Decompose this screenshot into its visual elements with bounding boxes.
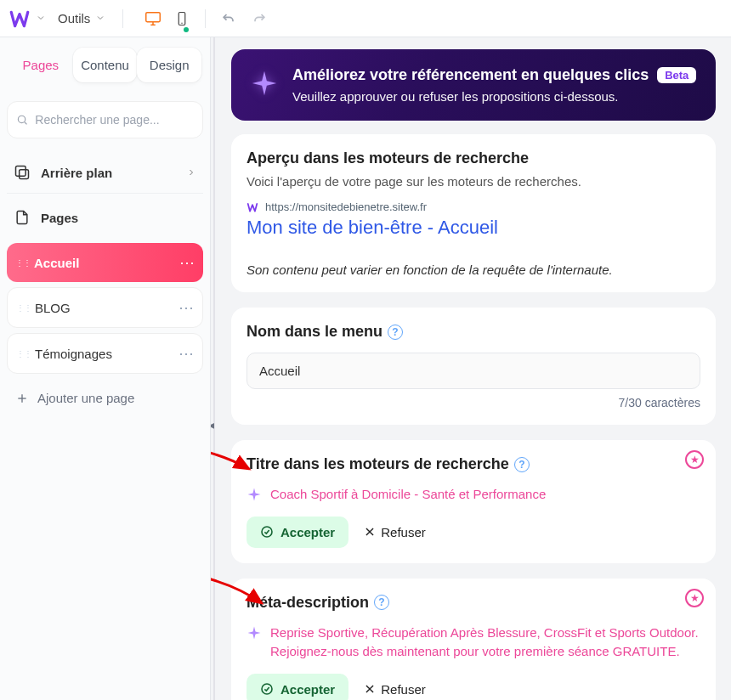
sparkle-icon <box>246 487 262 502</box>
accept-button[interactable]: Accepter <box>246 674 348 701</box>
page-icon <box>14 209 31 226</box>
beta-badge: Beta <box>657 67 696 83</box>
drag-handle-icon[interactable]: ⋮⋮ <box>16 349 26 358</box>
page-row-label: BLOG <box>35 301 170 315</box>
search-input[interactable] <box>35 113 194 127</box>
close-icon <box>364 683 376 695</box>
check-icon <box>260 682 274 696</box>
accept-button[interactable]: Accepter <box>246 517 348 548</box>
plus-icon <box>15 392 29 405</box>
star-badge-icon: ★ <box>685 450 704 469</box>
tab-design[interactable]: Design <box>137 48 201 82</box>
help-icon[interactable]: ? <box>514 457 530 472</box>
topbar: Outils <box>0 0 731 37</box>
row-more-icon[interactable]: ⋯ <box>179 253 195 272</box>
redo-icon <box>251 10 268 27</box>
sidebar-background[interactable]: Arrière plan <box>7 155 203 189</box>
search-box[interactable] <box>7 101 203 138</box>
preview-note: Son contenu peut varier en fonction de l… <box>246 262 700 277</box>
meta-desc-suggestion: Reprise Sportive, Récupération Après Ble… <box>270 624 700 662</box>
mobile-preview[interactable] <box>169 6 195 31</box>
row-more-icon[interactable]: ⋯ <box>178 298 194 317</box>
pages-section-header: Pages <box>7 200 203 234</box>
seo-banner: Améliorez votre référencement en quelque… <box>231 49 716 121</box>
desktop-icon <box>144 9 162 28</box>
sidebar-tabs: Pages Contenu Design <box>7 46 203 84</box>
background-label: Arrière plan <box>41 166 112 180</box>
svg-rect-7 <box>16 167 26 177</box>
site-logo[interactable] <box>8 8 31 30</box>
desktop-preview[interactable] <box>140 6 166 31</box>
separator <box>205 9 206 28</box>
help-icon[interactable]: ? <box>388 325 403 340</box>
logo-chevron-icon[interactable] <box>36 11 46 26</box>
reject-label: Refuser <box>381 525 426 539</box>
undo-button[interactable] <box>216 6 241 31</box>
svg-line-6 <box>25 122 27 125</box>
close-icon <box>364 526 376 538</box>
undo-icon <box>220 10 237 27</box>
chevron-down-icon <box>95 11 105 25</box>
page-row-temoignages[interactable]: ⋮⋮ Témoignages ⋯ <box>7 333 203 374</box>
meta-description-card: ★ Méta-description ? Reprise Sportive, R… <box>231 579 716 701</box>
banner-title: Améliorez votre référencement en quelque… <box>292 66 649 84</box>
redo-button[interactable] <box>246 6 272 31</box>
char-counter: 7/30 caractères <box>246 396 700 409</box>
page-row-blog[interactable]: ⋮⋮ BLOG ⋯ <box>7 287 203 328</box>
meta-desc-label: Méta-description <box>246 594 369 612</box>
sidebar: Pages Contenu Design Arrière plan Pages … <box>0 37 211 700</box>
seo-title-label: Titre dans les moteurs de recherche <box>246 455 509 473</box>
reject-button[interactable]: Refuser <box>364 525 426 539</box>
reject-label: Refuser <box>381 682 426 697</box>
tools-label: Outils <box>58 11 90 25</box>
svg-point-5 <box>18 116 25 122</box>
accept-label: Accepter <box>280 525 335 539</box>
search-icon <box>16 113 28 127</box>
check-icon <box>260 525 274 539</box>
drag-handle-icon[interactable]: ⋮⋮ <box>16 303 26 313</box>
menu-name-input[interactable] <box>246 353 700 389</box>
accept-label: Accepter <box>280 682 335 697</box>
add-page-button[interactable]: Ajouter une page <box>7 379 203 417</box>
menu-name-card: Nom dans le menu ? 7/30 caractères <box>231 308 716 425</box>
pages-header-label: Pages <box>41 211 78 225</box>
page-row-accueil[interactable]: ⋮⋮ Accueil ⋯ <box>7 243 203 282</box>
separator <box>122 9 123 28</box>
preview-subtitle: Voici l'aperçu de votre page sur les mot… <box>246 174 700 189</box>
preview-card: Aperçu dans les moteurs de recherche Voi… <box>231 134 716 292</box>
banner-subtitle: Veuillez approuver ou refuser les propos… <box>292 89 696 104</box>
help-icon[interactable]: ? <box>374 595 389 610</box>
background-icon <box>14 164 31 181</box>
star-badge-icon: ★ <box>685 589 704 607</box>
svg-rect-0 <box>146 12 161 21</box>
tab-pages[interactable]: Pages <box>8 48 73 82</box>
favicon-icon <box>246 201 258 213</box>
live-indicator <box>184 27 189 32</box>
page-row-label: Témoignages <box>35 347 170 361</box>
sparkle-icon <box>246 625 262 641</box>
menu-name-label: Nom dans le menu <box>246 323 382 341</box>
content-area: ◂ Améliorez votre référencement en quelq… <box>211 37 731 700</box>
panel-divider[interactable] <box>213 37 215 700</box>
drag-handle-icon[interactable]: ⋮⋮ <box>15 258 26 268</box>
preview-url: https://monsitedebienetre.sitew.fr <box>265 200 427 213</box>
chevron-right-icon <box>186 167 196 178</box>
reject-button[interactable]: Refuser <box>364 682 426 697</box>
tab-content[interactable]: Contenu <box>73 48 138 82</box>
mobile-icon <box>174 9 190 28</box>
seo-title-card: ★ Titre dans les moteurs de recherche ? … <box>231 440 716 563</box>
add-page-label: Ajouter une page <box>37 391 134 405</box>
preview-section-title: Aperçu dans les moteurs de recherche <box>246 150 700 167</box>
sparkle-icon <box>250 69 279 101</box>
row-more-icon[interactable]: ⋯ <box>178 344 194 363</box>
preview-page-title: Mon site de bien-être - Accueil <box>246 217 700 239</box>
seo-title-suggestion: Coach Sportif à Domicile - Santé et Perf… <box>270 485 546 505</box>
collapse-handle[interactable]: ◂ <box>211 418 214 432</box>
tools-menu[interactable]: Outils <box>51 8 112 29</box>
page-row-label: Accueil <box>34 256 171 270</box>
svg-rect-8 <box>20 170 29 179</box>
